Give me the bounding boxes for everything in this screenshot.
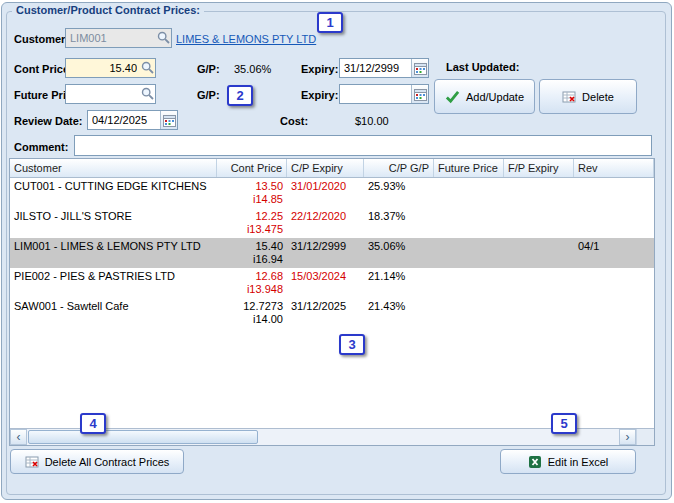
future-price-lookup (65, 84, 156, 104)
column-header-cp-gp[interactable]: C/P G/P (364, 159, 434, 177)
comment-input[interactable] (74, 135, 652, 156)
review-date-input[interactable] (88, 111, 160, 129)
callout-3: 3 (339, 334, 365, 355)
grid-rows: CUT001 - CUTTING EDGE KITCHENS13.50i14.8… (10, 178, 654, 428)
cell-review: 04/1 (574, 238, 654, 255)
calendar-button[interactable] (411, 85, 428, 103)
calendar-icon (163, 114, 176, 127)
scrollbar-corner (636, 429, 654, 445)
calendar-icon (414, 62, 427, 75)
cont-price-label: Cont Price: (14, 63, 73, 75)
customer-label: Customer: (14, 33, 69, 45)
cell-fp-expiry (504, 238, 574, 242)
customer-lookup (65, 28, 172, 48)
callout-2: 2 (227, 85, 253, 106)
cell-future-price (434, 178, 504, 182)
scrollbar-thumb[interactable] (28, 430, 258, 444)
cell-future-price (434, 298, 504, 302)
cell-cp-expiry: 22/12/2020 (287, 208, 364, 225)
cell-fp-expiry (504, 178, 574, 182)
column-header-rev[interactable]: Rev (574, 159, 654, 177)
cell-cont-price: 12.68i13.948 (217, 268, 287, 298)
table-row[interactable]: LIM001 - LIMES & LEMONS PTY LTD15.40i16.… (10, 238, 654, 268)
magnifier-icon[interactable] (141, 61, 154, 74)
customer-input[interactable] (65, 28, 172, 48)
cost-value: $10.00 (355, 115, 389, 127)
groupbox-title: Customer/Product Contract Prices: (12, 4, 204, 16)
cell-customer: LIM001 - LIMES & LEMONS PTY LTD (10, 238, 217, 255)
column-header-cp-expiry[interactable]: C/P Expiry (287, 159, 364, 177)
cell-cp-gp: 18.37% (364, 208, 434, 225)
magnifier-icon[interactable] (157, 31, 170, 44)
future-gp-label: G/P: (197, 89, 220, 101)
cell-cp-gp: 35.06% (364, 238, 434, 255)
cell-fp-expiry (504, 208, 574, 212)
callout-5: 5 (551, 413, 577, 434)
future-expiry-input[interactable] (340, 85, 411, 103)
cell-review (574, 268, 654, 272)
grid-header: Customer Cont Price C/P Expiry C/P G/P F… (10, 159, 654, 178)
calendar-icon (414, 88, 427, 101)
review-date-field (87, 110, 178, 130)
delete-label: Delete (582, 91, 614, 103)
cell-cp-gp: 25.93% (364, 178, 434, 195)
review-date-label: Review Date: (14, 115, 82, 127)
contract-prices-grid: Customer Cont Price C/P Expiry C/P G/P F… (9, 158, 655, 446)
cell-cont-price: 15.40i16.94 (217, 238, 287, 268)
cont-expiry-label: Expiry: (301, 63, 338, 75)
delete-grid-icon (25, 455, 39, 469)
table-row[interactable]: PIE002 - PIES & PASTRIES LTD12.68i13.948… (10, 268, 654, 298)
customer-name-link[interactable]: LIMES & LEMONS PTY LTD (176, 33, 316, 45)
cell-future-price (434, 208, 504, 212)
last-updated-label: Last Updated: (446, 61, 519, 73)
cont-gp-label: G/P: (197, 63, 220, 75)
column-header-future-price[interactable]: Future Price (434, 159, 504, 177)
cell-cp-gp: 21.14% (364, 268, 434, 285)
cont-expiry-field (339, 58, 429, 78)
delete-button[interactable]: Delete (539, 79, 637, 114)
delete-all-label: Delete All Contract Prices (45, 456, 170, 468)
cont-price-lookup (65, 58, 156, 78)
cell-customer: JILSTO - JILL'S STORE (10, 208, 217, 225)
cost-label: Cost: (280, 115, 308, 127)
column-header-fp-expiry[interactable]: F/P Expiry (504, 159, 574, 177)
cont-expiry-input[interactable] (340, 59, 411, 77)
callout-4: 4 (80, 413, 106, 434)
table-row[interactable]: CUT001 - CUTTING EDGE KITCHENS13.50i14.8… (10, 178, 654, 208)
delete-all-contract-prices-button[interactable]: Delete All Contract Prices (10, 449, 184, 474)
cell-cp-expiry: 15/03/2024 (287, 268, 364, 285)
cell-customer: SAW001 - Sawtell Cafe (10, 298, 217, 315)
add-update-button[interactable]: Add/Update (434, 79, 535, 114)
magnifier-icon[interactable] (141, 87, 154, 100)
cell-cp-gp: 21.43% (364, 298, 434, 315)
table-row[interactable]: JILSTO - JILL'S STORE12.25i13.47522/12/2… (10, 208, 654, 238)
contract-prices-window: Customer/Product Contract Prices: Custom… (1, 2, 672, 500)
column-header-customer[interactable]: Customer (10, 159, 217, 177)
calendar-button[interactable] (160, 111, 177, 129)
excel-icon (528, 455, 542, 469)
table-row[interactable]: SAW001 - Sawtell Cafe12.7273i14.0031/12/… (10, 298, 654, 328)
add-update-label: Add/Update (466, 91, 524, 103)
calendar-button[interactable] (411, 59, 428, 77)
delete-grid-icon (562, 90, 576, 104)
cell-fp-expiry (504, 268, 574, 272)
scrollbar-track[interactable] (27, 429, 619, 445)
scroll-right-arrow[interactable]: › (619, 429, 636, 445)
cell-cont-price: 13.50i14.85 (217, 178, 287, 208)
column-header-cont-price[interactable]: Cont Price (217, 159, 287, 177)
cell-cp-expiry: 31/12/2025 (287, 298, 364, 315)
cell-customer: PIE002 - PIES & PASTRIES LTD (10, 268, 217, 285)
cell-customer: CUT001 - CUTTING EDGE KITCHENS (10, 178, 217, 195)
cell-fp-expiry (504, 298, 574, 302)
green-check-icon (445, 89, 460, 104)
edit-in-excel-label: Edit in Excel (548, 456, 609, 468)
cell-cont-price: 12.25i13.475 (217, 208, 287, 238)
edit-in-excel-button[interactable]: Edit in Excel (500, 449, 636, 474)
cont-gp-value: 35.06% (234, 63, 271, 75)
scroll-left-arrow[interactable]: ‹ (10, 429, 27, 445)
cell-cp-expiry: 31/01/2020 (287, 178, 364, 195)
comment-label: Comment: (14, 141, 68, 153)
cell-cp-expiry: 31/12/2999 (287, 238, 364, 255)
callout-1: 1 (317, 12, 343, 33)
cell-cont-price: 12.7273i14.00 (217, 298, 287, 328)
